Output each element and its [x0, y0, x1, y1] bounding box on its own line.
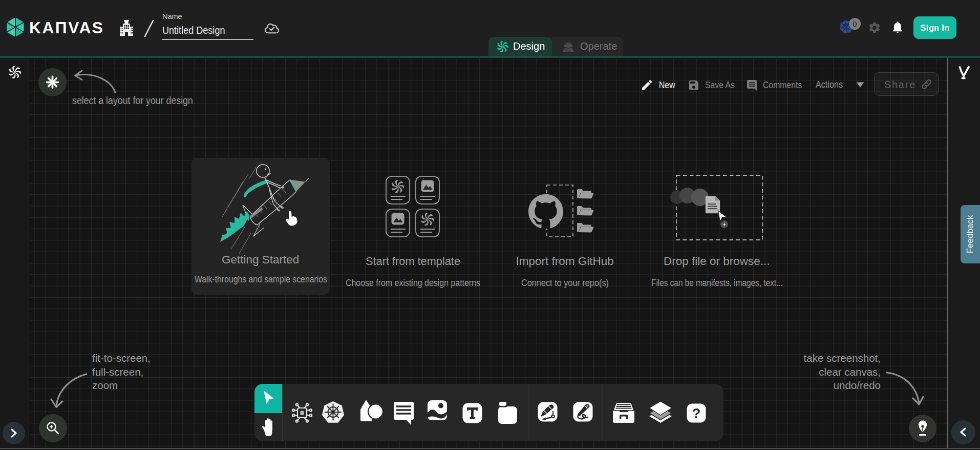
- svg-text:?: ?: [692, 406, 701, 421]
